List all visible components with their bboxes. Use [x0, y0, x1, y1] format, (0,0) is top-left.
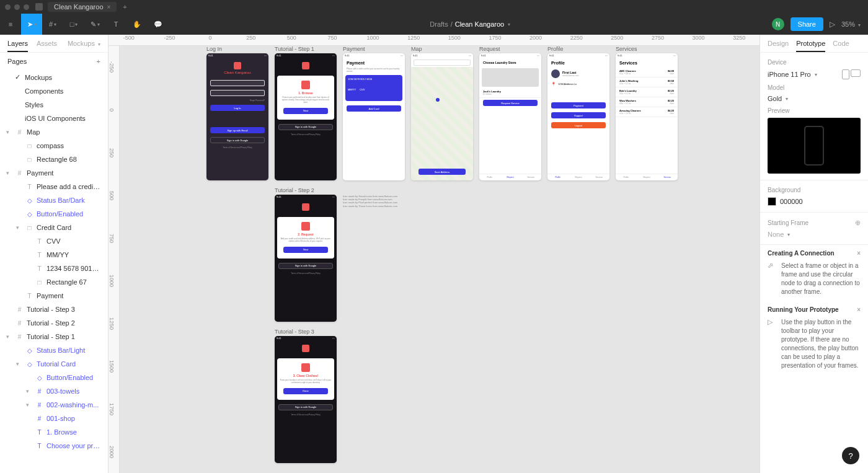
user-avatar[interactable]: N — [772, 18, 784, 30]
email-field — [210, 80, 265, 86]
connection-icon: ⬀ — [768, 262, 776, 296]
close-tab-icon[interactable]: × — [107, 4, 111, 11]
play-icon: ▷ — [768, 318, 776, 370]
menu-button[interactable]: ≡ — [0, 14, 21, 35]
layer-item[interactable]: □Rectangle 68 — [0, 153, 108, 166]
model-label: Model — [768, 84, 861, 91]
background-label: Background — [768, 187, 861, 193]
layer-item[interactable]: T1234 5678 9012 3456 — [0, 262, 108, 275]
layer-item[interactable]: □compass — [0, 139, 108, 153]
breadcrumb-folder[interactable]: Drafts — [430, 20, 448, 28]
toolbar: ≡ ➤▾ #▾ □▾ ✎▾ T ✋ 💬 Drafts / Clean Kanga… — [0, 14, 868, 35]
tip-2-title: Running Your Prototype — [768, 306, 839, 313]
layer-item[interactable]: ◇Button/Enabled — [0, 371, 108, 384]
layer-item[interactable]: ▾□Credit Card — [0, 221, 108, 234]
new-tab-button[interactable]: + — [123, 3, 126, 11]
ruler-vertical: -250025050075010001250150017502000 — [108, 46, 120, 473]
tab-page-selector[interactable]: Mockups ▾ — [68, 40, 100, 52]
frame-profile[interactable]: Profile 9:41◦◦◦ Profile First Lastemail@… — [547, 46, 609, 180]
tip-2-body: Use the play button in the toolbar to pl… — [781, 318, 861, 370]
frame-tool[interactable]: #▾ — [42, 14, 63, 35]
comment-tool[interactable]: 💬 — [148, 14, 169, 35]
layer-item[interactable]: #001-shop — [0, 412, 108, 425]
layer-item[interactable]: T1. Browse — [0, 425, 108, 439]
frame-payment[interactable]: Payment 9:41◦◦◦ Payment Please add a cre… — [343, 46, 405, 180]
add-page-button[interactable]: + — [97, 58, 100, 65]
page-item[interactable]: iOS UI Components — [0, 112, 108, 125]
shape-tool[interactable]: □▾ — [63, 14, 84, 35]
help-button[interactable]: ? — [842, 447, 859, 464]
tip-1-title: Creating A Connection — [768, 250, 835, 257]
page-item[interactable]: Styles — [0, 98, 108, 112]
file-name[interactable]: Clean Kangaroo — [455, 20, 505, 28]
share-button[interactable]: Share — [790, 17, 823, 31]
frame-tutorial-3[interactable]: Tutorial - Step 3 9:41◦◦◦ 3. Clean Cloth… — [275, 329, 337, 463]
tab-layers[interactable]: Layers — [7, 40, 28, 52]
tab-design[interactable]: Design — [768, 40, 789, 52]
frame-services[interactable]: Services 9:41◦◦◦ Services ABC Cleaners3.… — [616, 46, 678, 180]
password-field — [210, 90, 265, 96]
layer-item[interactable]: ◇Button/Enabled — [0, 207, 108, 221]
frame-request[interactable]: Request 9:41◦◦◦ Choose Laundry Store Jac… — [479, 46, 541, 180]
breadcrumb-sep: / — [451, 20, 453, 28]
canvas[interactable]: -500-25002505007501000125015001750200022… — [108, 35, 760, 473]
frame-tutorial-2[interactable]: Tutorial - Step 2 9:41◦◦◦ 2. RequestAdd … — [275, 187, 337, 322]
layer-item[interactable]: ▾◇Tutorial Card — [0, 357, 108, 371]
hand-tool[interactable]: ✋ — [126, 14, 148, 35]
tab-code[interactable]: Code — [833, 40, 849, 52]
file-tab[interactable]: Clean Kangaroo × — [48, 2, 117, 12]
zoom-level[interactable]: 35% ▾ — [841, 20, 861, 28]
layer-item[interactable]: TPayment — [0, 289, 108, 303]
layer-item[interactable]: TPlease add a credit card for y... — [0, 180, 108, 193]
layer-item[interactable]: TChoose your preferred lo... — [0, 439, 108, 453]
background-color[interactable]: 000000 — [768, 197, 861, 206]
tab-assets[interactable]: Assets — [37, 40, 57, 52]
present-button[interactable]: ▷ — [830, 20, 835, 29]
page-item[interactable]: Components — [0, 84, 108, 98]
right-panel: Design Prototype Code Device iPhone 11 P… — [760, 35, 868, 473]
layer-item[interactable]: □Rectangle 67 — [0, 275, 108, 289]
titlebar: Clean Kangaroo × + — [0, 0, 868, 14]
tip-1-close[interactable]: × — [857, 250, 861, 257]
frame-login[interactable]: Log In 9:41◦◦◦ Clean Kangaroo Forgot Pas… — [206, 46, 268, 180]
pages-header: Pages — [7, 58, 27, 65]
frame-tutorial-1[interactable]: Tutorial - Step 1 9:41◦◦◦ 1. BrowseChoos… — [275, 46, 337, 180]
preview-label: Preview — [768, 107, 861, 114]
ruler-horizontal: -500-25002505007501000125015001750200022… — [108, 35, 760, 46]
layer-item[interactable]: #Tutorial - Step 3 — [0, 303, 108, 316]
device-select[interactable]: iPhone 11 Pro▾ — [768, 71, 817, 78]
layer-item[interactable]: ◇Status Bar/Dark — [0, 193, 108, 207]
model-color-select[interactable]: Gold▾ — [768, 95, 861, 102]
pen-tool[interactable]: ✎▾ — [84, 14, 105, 35]
color-swatch[interactable] — [768, 197, 776, 206]
text-tool[interactable]: T — [105, 14, 126, 35]
layer-item[interactable]: ▾#Payment — [0, 166, 108, 180]
figma-icon[interactable] — [35, 3, 43, 11]
orientation-landscape-icon[interactable] — [851, 69, 861, 77]
tab-prototype[interactable]: Prototype — [796, 40, 825, 52]
frame-map[interactable]: Map 9:41◦◦◦ Save Address — [411, 46, 473, 180]
layer-item[interactable]: ◇Status Bar/Light — [0, 343, 108, 357]
starting-frame-select[interactable]: None▾ — [768, 231, 861, 238]
move-tool[interactable]: ➤▾ — [21, 14, 42, 35]
starting-frame-label: Starting Frame — [768, 219, 808, 226]
layer-item[interactable]: #Tutorial - Step 2 — [0, 316, 108, 330]
page-item[interactable]: ✓Mockups — [0, 70, 108, 84]
window-controls[interactable] — [5, 4, 29, 10]
tip-1-body: Select a frame or object in a frame and … — [781, 262, 861, 296]
orientation-portrait-icon[interactable] — [842, 69, 849, 79]
left-panel: Layers Assets Mockups ▾ Pages + ✓Mockups… — [0, 35, 108, 473]
tip-2-close[interactable]: × — [857, 306, 861, 313]
file-tab-label: Clean Kangaroo — [54, 3, 104, 11]
layer-item[interactable]: ▾#Tutorial - Step 1 — [0, 330, 108, 343]
credits-text: Icon made by Smashicons from www.flatico… — [343, 195, 397, 208]
starting-frame-help-icon[interactable]: ⊕ — [855, 219, 861, 227]
file-menu-caret[interactable]: ▾ — [508, 22, 510, 27]
layer-item[interactable]: TMM/YY — [0, 248, 108, 262]
layer-item[interactable]: TCVV — [0, 234, 108, 248]
device-label: Device — [768, 59, 861, 66]
device-preview — [768, 118, 861, 174]
layer-item[interactable]: ▾#002-washing-m... — [0, 398, 108, 412]
layer-item[interactable]: ▾#003-towels — [0, 384, 108, 398]
layer-item[interactable]: ▾#Map — [0, 125, 108, 139]
